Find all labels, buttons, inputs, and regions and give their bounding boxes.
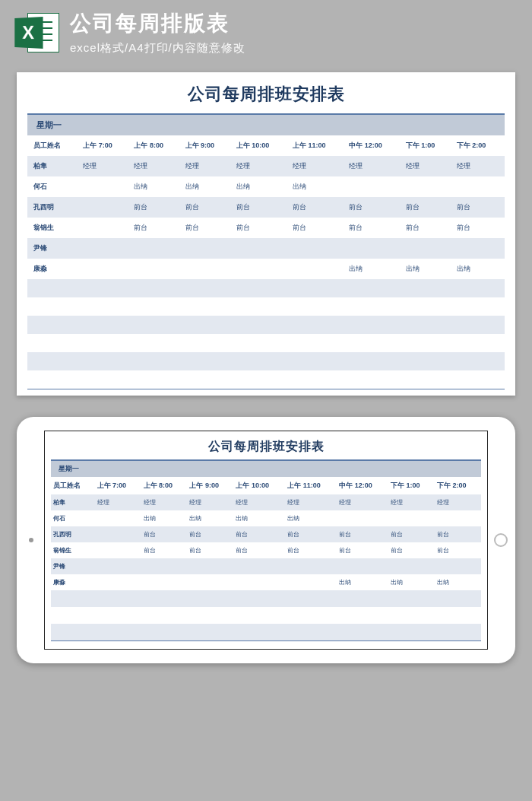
schedule-cell: 前台 [182,218,233,238]
schedule-cell: 出纳 [182,176,233,197]
schedule-cell [187,558,233,574]
table-row [27,279,505,297]
schedule-cell: 前台 [346,197,402,218]
schedule-cell: 前台 [388,542,435,558]
schedule-cell: 出纳 [337,574,388,590]
schedule-cell [435,510,481,526]
schedule-cell [454,176,505,197]
schedule-cell: 出纳 [285,510,337,526]
schedule-cell [285,574,337,590]
day-label: 星期一 [51,461,481,477]
employee-name: 尹锋 [51,558,95,574]
table-row: 翁锦生前台前台前台前台前台前台前台 [27,218,505,238]
schedule-cell [95,574,141,590]
schedule-cell: 出纳 [346,259,402,279]
table-row: 孔西明前台前台前台前台前台前台前台 [51,526,481,542]
schedule-cell [388,510,435,526]
employee-name: 康淼 [27,259,80,279]
schedule-cell: 前台 [454,197,505,218]
schedule-cell: 前台 [187,526,233,542]
schedule-cell [182,259,233,279]
schedule-cell [187,574,233,590]
table-row: 何石出纳出纳出纳出纳 [51,510,481,526]
table-row [51,590,481,607]
table-row: 柏隼经理经理经理经理经理经理经理经理 [27,156,505,176]
schedule-cell: 出纳 [233,510,285,526]
schedule-cell [346,238,402,259]
employee-name: 康淼 [51,574,95,590]
schedule-cell [80,218,131,238]
table-row [27,297,505,316]
col-time: 上午 11:00 [285,477,337,494]
schedule-cell: 经理 [182,156,233,176]
col-time: 上午 10:00 [233,477,285,494]
schedule-cell [80,176,131,197]
schedule-cell [95,510,141,526]
schedule-cell: 经理 [290,156,346,176]
schedule-cell: 经理 [80,156,131,176]
schedule-cell: 前台 [403,197,454,218]
schedule-cell: 前台 [435,526,481,542]
schedule-cell [80,197,131,218]
schedule-cell: 前台 [337,526,388,542]
schedule-cell [233,259,290,279]
day-label: 星期一 [27,115,505,135]
schedule-cell [337,558,388,574]
schedule-cell: 前台 [454,218,505,238]
schedule-cell [80,259,131,279]
table-row: 康淼出纳出纳出纳 [27,259,505,279]
schedule-cell [141,558,188,574]
page-subtitle: excel格式/A4打印/内容随意修改 [70,41,517,56]
col-time: 上午 7:00 [95,477,141,494]
table-row [27,334,505,352]
col-time: 上午 9:00 [187,477,233,494]
table-row: 康淼出纳出纳出纳 [51,574,481,590]
employee-name: 翁锦生 [27,218,80,238]
schedule-cell: 前台 [233,197,290,218]
sheet-title: 公司每周排班安排表 [46,433,486,459]
employee-name: 柏隼 [51,494,95,510]
schedule-cell [141,574,188,590]
schedule-cell: 经理 [337,494,388,510]
employee-name: 何石 [27,176,80,197]
tablet-camera-icon [29,538,33,542]
table-header-row: 员工姓名 上午 7:00 上午 8:00 上午 9:00 上午 10:00 上午… [51,477,481,494]
schedule-cell: 前台 [290,218,346,238]
schedule-cell: 经理 [233,494,285,510]
schedule-cell [131,238,182,259]
schedule-cell [182,238,233,259]
excel-icon: X [14,10,59,56]
schedule-cell: 出纳 [435,574,481,590]
table-row: 柏隼经理经理经理经理经理经理经理经理 [51,494,481,510]
schedule-cell: 前台 [435,542,481,558]
schedule-cell [233,558,285,574]
tablet-home-button-icon [494,533,508,547]
schedule-cell: 出纳 [187,510,233,526]
schedule-cell [290,238,346,259]
schedule-cell [95,558,141,574]
page-header: X 公司每周排版表 excel格式/A4打印/内容随意修改 [0,0,532,65]
table-row [27,352,505,370]
schedule-cell: 前台 [131,218,182,238]
schedule-cell: 出纳 [141,510,188,526]
col-time: 上午 11:00 [290,135,346,156]
col-time: 上午 8:00 [131,135,182,156]
schedule-cell: 出纳 [233,176,290,197]
table-row: 尹锋 [51,558,481,574]
schedule-cell: 前台 [388,526,435,542]
schedule-cell: 经理 [388,494,435,510]
schedule-cell: 前台 [403,218,454,238]
schedule-cell: 前台 [233,542,285,558]
schedule-cell: 前台 [131,197,182,218]
col-time: 下午 1:00 [388,477,435,494]
schedule-cell: 经理 [141,494,188,510]
schedule-cell: 前台 [233,526,285,542]
table-row [27,316,505,334]
col-time: 下午 1:00 [403,135,454,156]
table-row: 翁锦生前台前台前台前台前台前台前台 [51,542,481,558]
col-time: 中午 12:00 [337,477,388,494]
tablet-mockup: 公司每周排班安排表 星期一 员工姓名 上午 7:00 上午 8:00 上午 9:… [17,417,515,663]
schedule-cell [131,259,182,279]
table-row [51,624,481,640]
schedule-cell [285,558,337,574]
